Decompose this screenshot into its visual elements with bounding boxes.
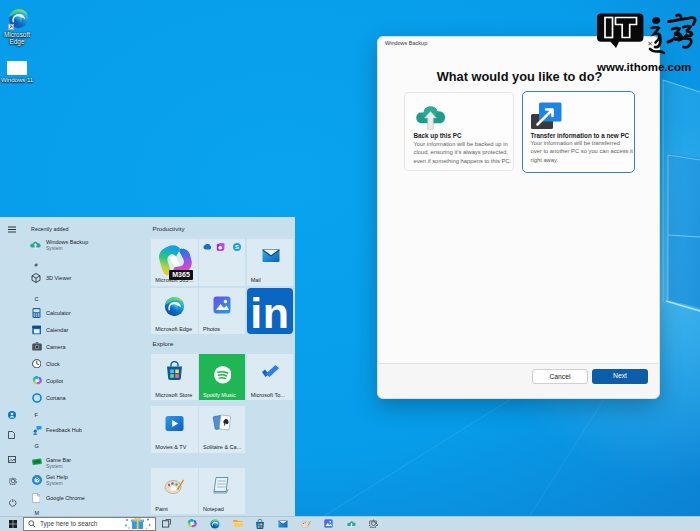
svg-text:S: S — [235, 244, 239, 250]
